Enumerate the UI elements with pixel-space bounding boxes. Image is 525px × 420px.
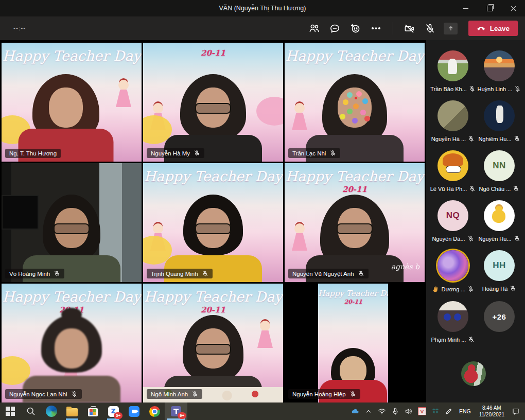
share-screen-icon: [444, 23, 458, 34]
muted-mic-icon: [514, 235, 520, 242]
taskbar-store-button[interactable]: [82, 402, 103, 420]
participant-nameplate: Ngô Minh Anh: [147, 389, 202, 399]
ellipsis-icon: [372, 27, 380, 29]
chat-button[interactable]: [326, 19, 344, 38]
participant-nguyen-hu[interactable]: Nguyễn Hu...: [477, 200, 522, 242]
call-timer: --:--: [13, 25, 26, 32]
video-tile-lan-nhi[interactable]: Happy Teacher Day20-11 Nguyễn Ngọc Lan N…: [2, 284, 142, 402]
video-feed: [2, 163, 142, 282]
video-feed: 20-11: [143, 43, 283, 162]
muted-mic-icon: [467, 235, 474, 242]
muted-mic-icon: [329, 150, 336, 156]
microsoft-store-icon: [88, 408, 98, 416]
people-icon: [309, 23, 320, 34]
camera-off-icon: [404, 23, 415, 34]
video-tile-ha-my[interactable]: 20-11 Nguyễn Hà My: [143, 43, 283, 162]
network-tray-button[interactable]: [376, 402, 388, 420]
muted-mic-icon: [194, 150, 200, 156]
minimize-icon: [463, 8, 468, 9]
search-icon: [26, 406, 36, 416]
video-feed: Happy Teacher Day20-11: [143, 284, 283, 402]
camera-toggle-button[interactable]: [400, 19, 419, 38]
muted-mic-icon: [514, 135, 520, 142]
participant-hoang-ha[interactable]: HH Hoàng Hà: [477, 250, 522, 293]
share-button[interactable]: [442, 19, 460, 38]
microphone-tray-button[interactable]: [389, 402, 401, 420]
taskbar-clock[interactable]: 8:46 AM 11/20/2021: [475, 405, 509, 418]
v-app-tray-button[interactable]: V: [416, 402, 428, 420]
video-tile-quang-minh[interactable]: Happy Teacher Day Trịnh Quang Minh: [143, 163, 283, 282]
participant-tran-bao[interactable]: Trần Bảo Kh...: [430, 50, 476, 92]
mic-toggle-button[interactable]: [421, 19, 440, 38]
virtual-background-banner: Happy Teacher Day: [2, 48, 142, 64]
volume-tray-button[interactable]: [402, 402, 415, 420]
participant-nghiem-hu[interactable]: Nghiêm Hu...: [477, 100, 522, 142]
participant-overflow[interactable]: +26: [477, 301, 522, 343]
participant-nguyen-ha[interactable]: Nguyễn Hà ...: [430, 100, 476, 142]
reactions-button[interactable]: [346, 19, 365, 38]
clock-date: 11/20/2021: [479, 411, 504, 418]
raised-hand-icon: [432, 285, 440, 293]
edge-icon: [46, 406, 57, 417]
taskbar-zalo-button[interactable]: Z 5+: [103, 402, 124, 420]
chat-icon: [329, 23, 340, 34]
chrome-icon: [149, 406, 160, 417]
muted-mic-icon: [469, 85, 476, 92]
hang-up-icon: [477, 24, 486, 33]
avatar: [484, 50, 515, 81]
avatar: [437, 50, 468, 81]
participant-huynh-linh[interactable]: Huỳnh Linh ...: [477, 50, 522, 92]
muted-mic-icon: [468, 336, 475, 343]
language-indicator[interactable]: ENG: [456, 402, 474, 420]
pen-tray-button[interactable]: [443, 402, 455, 420]
video-tile-minh-anh[interactable]: Happy Teacher Day20-11 Ngô Minh Anh: [143, 284, 283, 402]
mic-off-icon: [425, 23, 435, 34]
start-button[interactable]: [0, 402, 21, 420]
onedrive-tray-button[interactable]: [349, 402, 361, 420]
taskbar-chrome-button[interactable]: [144, 402, 165, 420]
self-avatar[interactable]: [461, 361, 486, 386]
taskbar-explorer-button[interactable]: [62, 402, 82, 420]
taskbar-zoom-button[interactable]: [124, 402, 144, 420]
participant-le-vu-ha[interactable]: Lê Vũ Hà Ph...: [430, 150, 476, 192]
dropbox-icon: [431, 407, 440, 415]
participant-ngo-chau[interactable]: NN Ngô Châu ...: [477, 150, 522, 192]
video-tile-nguyet-anh[interactable]: Happy Teacher Day20-11 agnès b Nguyễn Vũ…: [285, 163, 425, 282]
video-tile-hoang-minh[interactable]: Võ Hoàng Minh: [2, 163, 142, 282]
video-tile-hoang-hiep[interactable]: Happy Teacher Day20-11 Nguyễn Hoàng Hiệp: [285, 284, 425, 402]
taskbar-edge-button[interactable]: [41, 402, 62, 420]
muted-mic-icon: [467, 286, 474, 292]
muted-mic-icon: [513, 185, 519, 192]
participant-duong[interactable]: Dương ...: [430, 250, 476, 293]
minimize-button[interactable]: [454, 0, 478, 16]
system-tray: V ENG 8:46 AM 11/20/2021: [349, 402, 525, 420]
zalo-notification-badge: 5+: [114, 412, 122, 419]
participants-button[interactable]: [305, 19, 324, 38]
speaker-icon: [405, 407, 413, 415]
avatar: [437, 301, 468, 332]
windows-logo-icon: [6, 407, 15, 416]
restore-button[interactable]: [478, 0, 501, 16]
meeting-toolbar: --:-- Leave: [0, 16, 525, 40]
pen-icon: [445, 407, 453, 415]
participant-pham-minh[interactable]: Phạm Minh ...: [430, 301, 476, 343]
dropbox-tray-button[interactable]: [429, 402, 442, 420]
tray-overflow-button[interactable]: [362, 402, 375, 420]
video-tile-thu-huong[interactable]: Happy Teacher Day Ng. T. Thu Hương: [2, 43, 142, 162]
taskbar-search-button[interactable]: [21, 402, 41, 420]
avatar: [437, 150, 468, 181]
avatar: [484, 200, 515, 231]
toolbar-divider: [393, 22, 393, 34]
more-options-button[interactable]: [367, 19, 386, 38]
participant-nguyen-da[interactable]: NQ Nguyễn Đà...: [430, 200, 476, 242]
avatar-initials: NQ: [437, 200, 468, 231]
leave-button[interactable]: Leave: [468, 21, 518, 36]
action-center-button[interactable]: [510, 402, 522, 420]
avatar-hand-raised: [437, 250, 468, 281]
close-icon: [511, 6, 516, 11]
video-tile-lac-nhi[interactable]: Happy Teacher Day Trần Lạc Nhi: [285, 43, 425, 162]
muted-mic-icon: [358, 270, 364, 277]
participant-nameplate: Nguyễn Vũ Nguyệt Anh: [288, 269, 369, 278]
taskbar-teams-button[interactable]: 9+: [165, 402, 187, 420]
close-button[interactable]: [501, 0, 525, 16]
